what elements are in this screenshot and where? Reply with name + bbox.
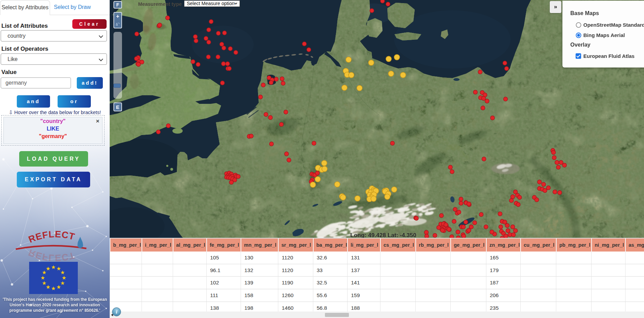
svg-text:REFLECT: REFLECT: [27, 229, 76, 245]
svg-text:REFLECT: REFLECT: [27, 247, 76, 262]
